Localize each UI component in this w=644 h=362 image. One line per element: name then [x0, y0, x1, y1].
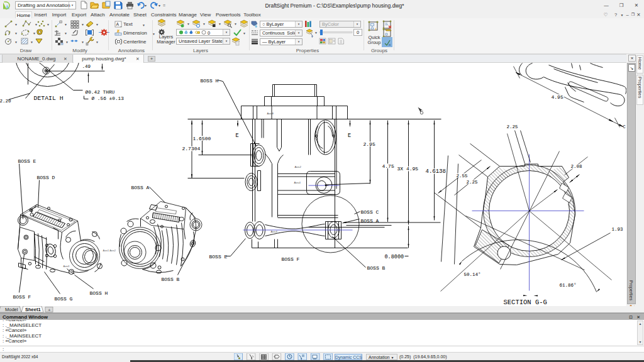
svg-text:E: E — [236, 133, 239, 139]
svg-text:.49: .49 — [82, 64, 91, 69]
svg-text:Model: Model — [5, 307, 18, 312]
svg-text:BOSS B: BOSS B — [367, 265, 386, 271]
svg-text:Sheet1: Sheet1 — [25, 307, 41, 312]
svg-text:4.95: 4.95 — [552, 94, 564, 100]
svg-text:Axis8: Axis8 — [267, 112, 274, 115]
svg-text:Axis1 Axis2: Axis1 Axis2 — [103, 249, 116, 252]
svg-text:2.25: 2.25 — [507, 124, 519, 129]
svg-text:▼: ▼ — [65, 40, 69, 44]
svg-text:▼: ▼ — [30, 40, 33, 44]
svg-text:2.25: 2.25 — [467, 180, 479, 185]
svg-text:Ø0.42 THRU: Ø0.42 THRU — [86, 90, 115, 95]
svg-text:0.8000: 0.8000 — [385, 254, 404, 260]
svg-text:▼: ▼ — [14, 23, 18, 26]
svg-text:BOSS H: BOSS H — [201, 78, 219, 84]
svg-text:Axis2: Axis2 — [295, 165, 302, 168]
svg-text:▼: ▼ — [81, 40, 84, 44]
svg-text:BOSS E: BOSS E — [209, 254, 228, 260]
svg-text:3X 4.95: 3X 4.95 — [397, 166, 419, 172]
svg-text:▼: ▼ — [243, 31, 246, 35]
svg-text:▼: ▼ — [64, 31, 67, 35]
svg-text:▼: ▼ — [81, 23, 84, 26]
svg-text:Axis3: Axis3 — [64, 265, 70, 268]
svg-text:1.93: 1.93 — [612, 227, 624, 232]
svg-text:BOSS E: BOSS E — [18, 158, 36, 164]
svg-text:BOSS F: BOSS F — [282, 256, 300, 262]
svg-text:▼: ▼ — [64, 23, 67, 26]
svg-text:▼: ▼ — [96, 40, 99, 44]
svg-text:▼: ▼ — [47, 23, 50, 26]
svg-text:=: = — [163, 3, 165, 8]
svg-text:61.86°: 61.86° — [560, 283, 577, 288]
svg-text:▾: ▾ — [158, 4, 160, 8]
svg-text:BOSS A: BOSS A — [361, 218, 379, 224]
svg-text:▼: ▼ — [33, 31, 36, 35]
svg-text:▼: ▼ — [234, 22, 237, 26]
svg-text:+: + — [48, 307, 51, 313]
svg-text:▼: ▼ — [14, 40, 18, 44]
svg-text:Axis4: Axis4 — [271, 230, 278, 233]
svg-text:▼: ▼ — [203, 22, 206, 26]
svg-text:BOSS A: BOSS A — [131, 185, 150, 190]
svg-text:2.08: 2.08 — [571, 164, 582, 169]
svg-text:2.55: 2.55 — [457, 173, 469, 178]
svg-text:1.4: 1.4 — [116, 33, 119, 36]
svg-text:▼: ▼ — [35, 23, 38, 26]
svg-text:Axis4: Axis4 — [294, 181, 301, 184]
svg-text:SECTION G-G: SECTION G-G — [504, 299, 547, 306]
svg-text:BOSS H: BOSS H — [90, 290, 108, 296]
svg-text:BOSS D: BOSS D — [37, 175, 55, 180]
svg-text:A: A — [116, 22, 119, 26]
svg-text:Ø .56 ±0.13: Ø .56 ±0.13 — [92, 96, 125, 101]
svg-text:4.6138: 4.6138 — [426, 168, 446, 175]
svg-text:C: C — [623, 124, 626, 129]
svg-text:▾: ▾ — [145, 4, 147, 8]
svg-text:BOSS B: BOSS B — [162, 277, 180, 282]
svg-text:▼: ▼ — [187, 22, 190, 26]
svg-text:DETAIL H: DETAIL H — [34, 95, 64, 102]
svg-text:4.75: 4.75 — [382, 163, 394, 169]
svg-text:BOSS G: BOSS G — [55, 296, 73, 302]
svg-text:BOSS C: BOSS C — [361, 209, 379, 215]
svg-text:E: E — [348, 133, 351, 139]
svg-text:2.7304: 2.7304 — [182, 146, 201, 151]
svg-text:▼: ▼ — [14, 31, 18, 35]
svg-text:0: 0 — [208, 30, 210, 36]
svg-text:1.6500: 1.6500 — [193, 136, 211, 141]
svg-text:2.95: 2.95 — [364, 141, 375, 147]
svg-text:▼: ▼ — [96, 23, 99, 26]
svg-text:50.14°: 50.14° — [464, 272, 481, 277]
svg-text:▼: ▼ — [218, 22, 221, 26]
svg-text:▼: ▼ — [314, 31, 318, 35]
svg-text:BOSS F: BOSS F — [13, 294, 31, 300]
